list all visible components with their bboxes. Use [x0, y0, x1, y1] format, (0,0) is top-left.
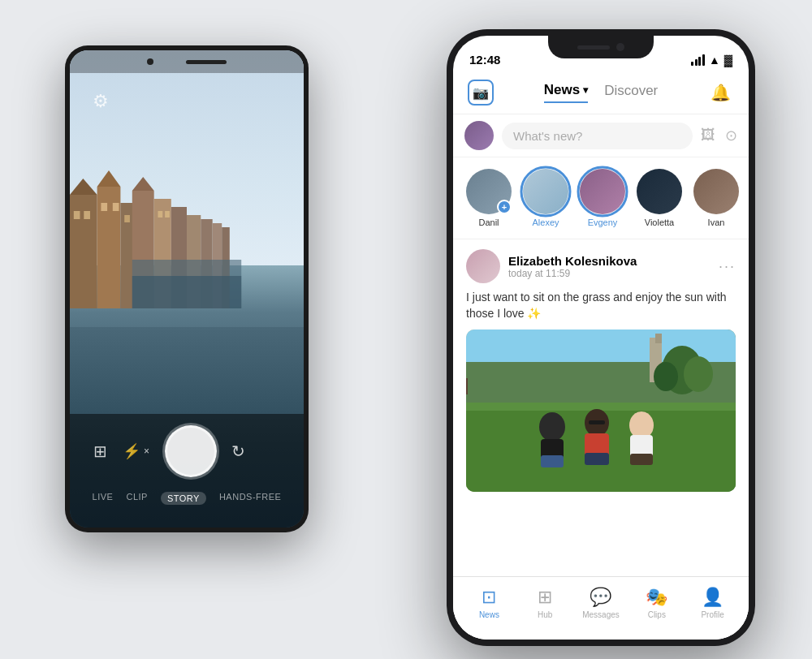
wifi-icon: ▲: [709, 54, 720, 67]
notch: [548, 36, 654, 58]
notification-button[interactable]: 🔔: [708, 80, 734, 106]
mode-clip[interactable]: CLIP: [126, 492, 147, 505]
image-upload-icon[interactable]: 🖼: [701, 127, 715, 144]
user-avatar: [464, 121, 494, 150]
nav-messages[interactable]: 💬 Messages: [581, 587, 621, 619]
mode-handsfree[interactable]: HANDS-FREE: [219, 492, 282, 505]
svg-rect-37: [541, 455, 564, 467]
post-more-button[interactable]: ···: [719, 258, 736, 275]
nav-news-icon: ⊡: [482, 587, 496, 608]
signal-bar-3: [698, 57, 701, 66]
story-danil[interactable]: + Danil: [466, 169, 512, 227]
signal-bar-2: [695, 59, 698, 66]
signal-bar-1: [691, 62, 693, 66]
svg-rect-9: [124, 215, 130, 222]
post-input[interactable]: What's new?: [502, 123, 693, 149]
mode-live[interactable]: LIVE: [93, 492, 114, 505]
nav-tabs: News ▾ Discover: [544, 82, 659, 103]
svg-rect-28: [655, 334, 662, 343]
notch-camera: [616, 43, 624, 51]
nav-profile[interactable]: 👤 Profile: [693, 587, 733, 619]
nav-camera-button[interactable]: 📷: [468, 80, 494, 106]
nav-profile-label: Profile: [701, 610, 723, 619]
story-name-violetta: Violetta: [645, 218, 675, 227]
svg-rect-14: [165, 211, 170, 218]
phone-left: ⚙ ⊞ ⚡ × ↻: [65, 45, 309, 532]
post-author-name[interactable]: Elizabeth Kolesnikova: [508, 254, 637, 268]
svg-rect-30: [466, 378, 468, 394]
svg-rect-44: [630, 454, 653, 465]
svg-rect-13: [158, 211, 162, 218]
signal-bar-4: [702, 54, 705, 66]
sticker-icon[interactable]: ⊙: [725, 127, 737, 144]
svg-rect-21: [132, 276, 241, 308]
svg-point-35: [539, 412, 565, 441]
camera-controls: ⊞ ⚡ × ↻ LIVE CLIP STORY HANDS-FREE: [70, 414, 304, 528]
tab-discover[interactable]: Discover: [604, 82, 658, 103]
app-content: 📷 News ▾ Discover 🔔: [453, 71, 749, 640]
flash-button[interactable]: ⚡ ×: [123, 442, 149, 460]
camera-icons-row: ⊞ ⚡ × ↻: [70, 425, 304, 477]
svg-rect-40: [585, 453, 609, 465]
nav-clips-icon: 🎭: [646, 587, 667, 608]
nav-hub-label: Hub: [538, 610, 552, 619]
stories-row: + Danil Alexey: [453, 157, 749, 239]
status-time: 12:48: [469, 53, 500, 67]
svg-point-22: [521, 167, 570, 216]
story-avatar-violetta: [637, 169, 682, 214]
svg-rect-3: [84, 211, 90, 219]
story-avatar-danil: +: [466, 169, 512, 214]
flash-label: ×: [144, 446, 149, 457]
story-name-alexey: Alexey: [532, 218, 559, 227]
front-camera: [147, 58, 153, 65]
tab-news[interactable]: News ▾: [544, 82, 588, 103]
nav-messages-label: Messages: [582, 610, 620, 619]
story-avatar-evgeny: [580, 169, 625, 214]
mode-story[interactable]: STORY: [161, 492, 206, 505]
bottom-nav: ⊡ News ⊞ Hub 💬 Messages 🎭 Clips: [453, 576, 749, 640]
story-name-danil: Danil: [478, 218, 499, 227]
rotate-button[interactable]: ↻: [231, 441, 245, 461]
speaker: [186, 60, 227, 64]
story-alexey[interactable]: Alexey: [523, 169, 568, 227]
story-avatar-alexey: [523, 169, 568, 214]
phones-container: ⚙ ⊞ ⚡ × ↻: [41, 13, 771, 646]
post-image: [466, 330, 736, 492]
search-bar: What's new? 🖼 ⊙: [453, 114, 749, 157]
post-author-info: Elizabeth Kolesnikova today at 11:59: [508, 254, 637, 279]
flash-icon: ⚡: [123, 442, 140, 460]
gallery-button[interactable]: ⊞: [93, 441, 107, 461]
post-header: Elizabeth Kolesnikova today at 11:59 ···: [466, 249, 736, 283]
story-violetta[interactable]: Violetta: [637, 169, 682, 227]
post-author: Elizabeth Kolesnikova today at 11:59: [466, 249, 637, 283]
svg-marker-1: [70, 179, 97, 195]
shutter-button[interactable]: [165, 425, 217, 477]
gear-icon: ⚙: [93, 91, 109, 112]
camera-view: ⚙ ⊞ ⚡ × ↻: [70, 50, 304, 528]
nav-hub[interactable]: ⊞ Hub: [525, 587, 565, 619]
post-time: today at 11:59: [508, 268, 637, 279]
post: Elizabeth Kolesnikova today at 11:59 ···…: [453, 239, 749, 492]
nav-news[interactable]: ⊡ News: [469, 587, 509, 619]
svg-rect-2: [74, 211, 80, 219]
svg-rect-6: [101, 203, 107, 211]
signal-bars: [691, 54, 705, 66]
chevron-down-icon: ▾: [583, 84, 588, 96]
bell-icon: 🔔: [710, 83, 731, 102]
post-avatar: [466, 249, 500, 283]
phone-right: 12:48 ▲ ▓ 📷: [447, 29, 755, 646]
story-name-ivan: Ivan: [708, 218, 725, 227]
battery-icon: ▓: [724, 54, 732, 67]
search-right-icons: 🖼 ⊙: [701, 127, 737, 144]
settings-button[interactable]: ⚙: [86, 87, 115, 116]
svg-rect-7: [113, 203, 119, 211]
story-evgeny[interactable]: Evgeny: [580, 169, 625, 227]
nav-hub-icon: ⊞: [538, 587, 552, 608]
phone-right-screen: 12:48 ▲ ▓ 📷: [453, 36, 749, 640]
story-ivan[interactable]: Ivan: [693, 169, 739, 227]
status-icons: ▲ ▓: [691, 54, 732, 67]
story-name-evgeny: Evgeny: [588, 218, 618, 227]
nav-clips[interactable]: 🎭 Clips: [637, 587, 677, 619]
svg-marker-11: [132, 177, 154, 191]
story-avatar-ivan: [693, 169, 739, 214]
